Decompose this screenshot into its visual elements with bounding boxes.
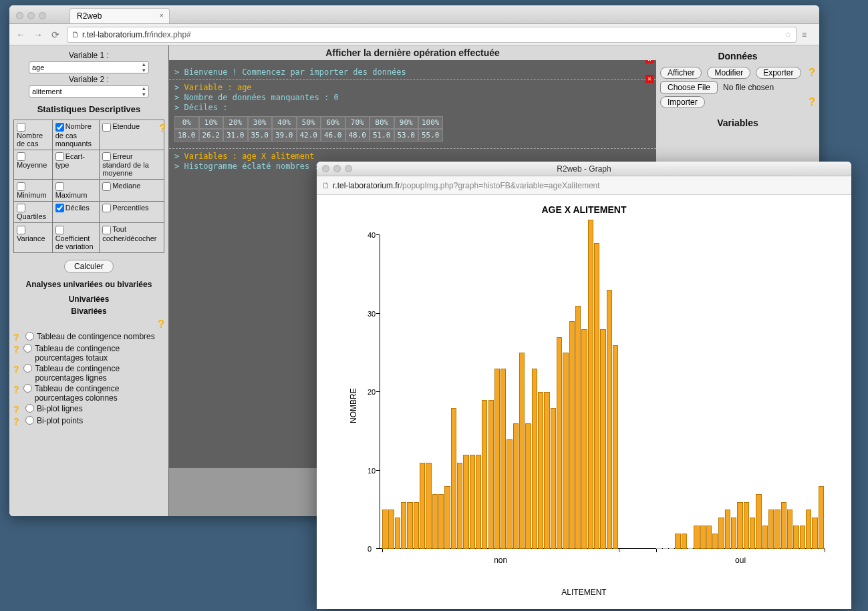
chart-bar [663,548,668,549]
chart-plot: NOMBRE 010203040nonoui [355,235,825,549]
importer-button[interactable]: Importer [660,96,705,108]
decile-header: 70% [345,116,370,129]
popup-zoom-button[interactable] [345,165,352,172]
url-host: r.tel-laboratorium.fr [82,30,150,39]
cell-minimum[interactable]: Minimum [14,180,53,202]
console-line: Déciles : [184,103,227,112]
browser-tab[interactable]: R2web × [69,8,170,23]
cb-quartiles[interactable] [17,204,25,212]
cb-tout-cocher[interactable] [102,226,111,234]
cell-moyenne[interactable]: Moyenne [14,150,53,180]
analysis-radio[interactable] [25,404,34,413]
reload-icon[interactable]: ⟳ [49,29,61,40]
calculer-button[interactable]: Calculer [64,260,114,273]
cell-percentiles[interactable]: Percentiles [100,201,164,223]
cb-minimum[interactable] [17,182,25,191]
decile-column: 40%39.0 [272,116,297,142]
close-message-icon[interactable]: ✕ [645,60,654,63]
cell-mediane[interactable]: Mediane [100,180,164,202]
cb-moyenne[interactable] [17,152,25,161]
help-icon[interactable]: ? [809,67,815,79]
minimize-window-button[interactable] [27,12,35,19]
help-icon[interactable]: ? [13,384,21,395]
help-icon[interactable]: ? [158,319,164,330]
exporter-button[interactable]: Exporter [756,67,801,79]
cell-etendue[interactable]: Etendue [100,120,164,150]
back-icon[interactable]: ← [15,29,27,40]
popup-close-button[interactable] [322,165,329,172]
choose-file-button[interactable]: Choose File [660,81,718,93]
cell-err-std[interactable]: Erreur standard de la moyenne [100,150,164,180]
help-icon[interactable]: ? [13,416,23,427]
popup-url-bar[interactable]: 🗋 r.tel-laboratorium.fr /popupImg.php?gr… [317,176,851,195]
tab-title: R2web [77,11,102,21]
url-bar[interactable]: 🗋 r.tel-laboratorium.fr /index.php# ☆ [67,27,797,43]
analysis-radio[interactable] [25,416,34,425]
help-icon[interactable]: ? [13,404,23,415]
bookmark-star-icon[interactable]: ☆ [784,30,792,39]
page-icon: 🗋 [71,30,80,39]
close-window-button[interactable] [16,12,23,19]
chart-bar [451,408,456,550]
cb-ecart-type[interactable] [55,152,64,161]
cb-cas-manquants[interactable] [55,123,64,132]
chart-bar [513,423,519,549]
analysis-option[interactable]: ?Bi-plot lignes [13,404,164,415]
analysis-radio[interactable] [23,344,32,353]
cb-mediane[interactable] [102,182,111,191]
analysis-label: Bi-plot points [37,416,83,425]
chart-bar [519,353,525,549]
x-tick [656,549,657,552]
chart-bar [532,369,537,549]
analysis-option[interactable]: ?Tableau de contingence pourcentages lig… [13,364,164,383]
help-icon[interactable]: ? [13,344,21,355]
analysis-option[interactable]: ?Tableau de contingence pourcentages tot… [13,344,164,363]
cb-deciles[interactable] [55,204,64,212]
cell-ecart-type[interactable]: Ecart-type [52,150,100,180]
help-icon[interactable]: ? [13,332,23,343]
cb-maximum[interactable] [55,182,64,191]
chart-bar [768,510,774,549]
analysis-radio[interactable] [23,364,32,373]
close-message-icon[interactable]: ✕ [645,75,654,83]
cell-cas-manquants[interactable]: Nombre de cas manquants [52,120,100,150]
analysis-radio[interactable] [23,384,32,393]
cell-coef-var[interactable]: Coefficient de variation [52,223,100,253]
analysis-radio[interactable] [25,332,34,341]
cell-quartiles[interactable]: Quartiles [14,201,53,223]
help-icon[interactable]: ? [809,96,815,108]
chart-bar [656,548,662,549]
popup-minimize-button[interactable] [333,165,341,172]
var2-select[interactable]: alitement ▴▾ [29,85,149,97]
zoom-window-button[interactable] [39,12,46,19]
cb-percentiles[interactable] [102,204,111,212]
cb-err-std[interactable] [102,152,111,161]
cell-nombre-cas[interactable]: Nombre de cas [14,120,53,150]
cell-deciles[interactable]: Déciles [52,201,100,223]
modifier-button[interactable]: Modifier [707,67,750,79]
cb-variance[interactable] [17,226,25,234]
var1-select[interactable]: age ▴▾ [29,61,149,73]
analysis-option[interactable]: ?Tableau de contingence nombres [13,332,164,343]
analysis-option[interactable]: ?Bi-plot points [13,416,164,427]
cell-tout-cocher[interactable]: Tout cocher/décocher [100,223,164,253]
help-icon[interactable]: ? [13,364,21,375]
chart-bar [787,510,792,549]
cb-nombre-cas[interactable] [17,123,25,132]
cb-coef-var[interactable] [55,226,64,234]
cell-variance[interactable]: Variance [14,223,53,253]
y-tick [376,470,380,471]
menu-icon[interactable]: ≡ [802,30,814,39]
center-header[interactable]: Afficher la dernière opération effectuée [169,45,656,61]
chart-bar [700,526,706,549]
forward-icon[interactable]: → [32,29,44,40]
chart-bar [793,526,799,549]
cell-maximum[interactable]: Maximum [52,180,100,202]
chart-bar [718,518,724,549]
afficher-button[interactable]: Afficher [660,67,702,79]
analysis-option[interactable]: ?Tableau de contingence pourcentages col… [13,384,164,403]
cb-etendue[interactable] [102,123,111,132]
decile-value: 39.0 [272,129,297,142]
help-icon[interactable]: ? [159,123,166,135]
close-tab-icon[interactable]: × [160,11,164,19]
